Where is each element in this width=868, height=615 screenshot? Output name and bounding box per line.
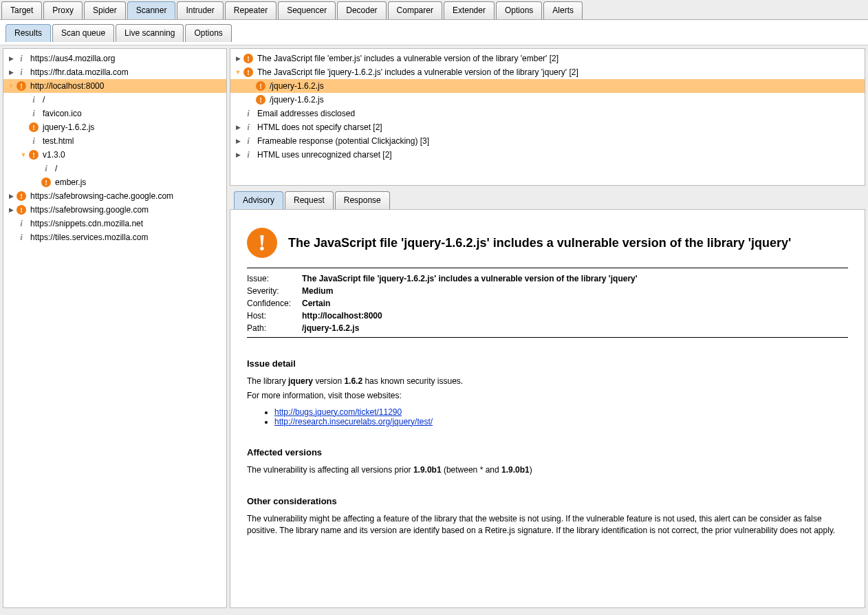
right-column: ▶!The JavaScript file 'ember.js' include… [230, 48, 865, 608]
tree-row[interactable]: i/ [3, 162, 226, 175]
tab-options[interactable]: Options [496, 1, 542, 19]
expand-arrow-icon[interactable]: ▶ [8, 52, 14, 65]
info-icon: i [243, 136, 254, 147]
warning-icon: ! [28, 122, 39, 133]
info-icon: i [28, 94, 39, 105]
tree-row[interactable]: !/jquery-1.6.2.js [230, 79, 865, 93]
tree-label: / [41, 93, 45, 107]
tree-row[interactable]: ▶!https://safebrowsing-cache.google.com [3, 189, 226, 203]
tab-options[interactable]: Options [185, 24, 231, 42]
tab-request[interactable]: Request [285, 191, 334, 209]
info-icon: i [41, 163, 52, 174]
lib-version: 1.6.2 [344, 376, 362, 386]
details-panel: AdvisoryRequestResponse ! The JavaScript… [230, 191, 865, 608]
advisory-title: The JavaScript file 'jquery-1.6.2.js' in… [288, 236, 791, 250]
reference-links: http://bugs.jquery.com/ticket/11290http:… [274, 407, 848, 427]
tree-row[interactable]: ▶ihttps://aus4.mozilla.org [3, 52, 226, 65]
text: (between * and [442, 465, 501, 475]
lib-name: jquery [288, 376, 313, 386]
expand-arrow-icon[interactable]: ▼ [20, 148, 27, 162]
tree-row[interactable]: !/jquery-1.6.2.js [230, 93, 865, 107]
info-icon: i [243, 149, 254, 160]
advisory-fields: Issue: The JavaScript file 'jquery-1.6.2… [247, 274, 848, 333]
tree-row[interactable]: iEmail addresses disclosed [230, 107, 865, 120]
tab-spider[interactable]: Spider [84, 1, 126, 19]
reference-link[interactable]: http://research.insecurelabs.org/jquery/… [274, 417, 433, 427]
tree-row[interactable]: itest.html [3, 134, 226, 148]
tab-target[interactable]: Target [1, 1, 42, 19]
expand-arrow-icon[interactable]: ▶ [235, 148, 241, 162]
tab-sequencer[interactable]: Sequencer [278, 1, 336, 19]
expand-arrow-icon[interactable]: ▶ [235, 120, 241, 134]
tree-label: ember.js [54, 175, 86, 189]
tab-repeater[interactable]: Repeater [225, 1, 276, 19]
site-tree-panel: ▶ihttps://aus4.mozilla.org▶ihttps://fhr.… [3, 48, 227, 608]
tree-row[interactable]: ▶iFrameable response (potential Clickjac… [230, 134, 865, 148]
tree-row[interactable]: ▶!The JavaScript file 'ember.js' include… [230, 52, 865, 65]
value-path: /jquery-1.6.2.js [302, 323, 848, 333]
tab-alerts[interactable]: Alerts [543, 1, 583, 19]
other-heading: Other considerations [247, 496, 848, 506]
tab-results[interactable]: Results [6, 24, 51, 42]
tree-row[interactable]: ihttps://snippets.cdn.mozilla.net [3, 217, 226, 230]
text: The library [247, 376, 288, 386]
sub-tabbar: ResultsScan queueLive scanningOptions [6, 24, 862, 42]
value-severity: Medium [302, 286, 848, 296]
warning-icon: ! [28, 149, 39, 160]
tree-row[interactable]: !jquery-1.6.2.js [3, 120, 226, 134]
tree-row[interactable]: i/ [3, 93, 226, 107]
tab-live-scanning[interactable]: Live scanning [116, 24, 184, 42]
expand-arrow-icon[interactable]: ▶ [235, 52, 241, 65]
tree-row[interactable]: ▼!v1.3.0 [3, 148, 226, 162]
value-confidence: Certain [302, 299, 848, 308]
info-icon: i [16, 67, 27, 78]
tab-scan-queue[interactable]: Scan queue [52, 24, 114, 42]
issue-detail-heading: Issue detail [247, 358, 848, 369]
site-tree: ▶ihttps://aus4.mozilla.org▶ihttps://fhr.… [3, 49, 226, 247]
label-host: Host: [247, 311, 302, 321]
tree-row[interactable]: ihttps://tiles.services.mozilla.com [3, 230, 226, 244]
tab-response[interactable]: Response [335, 191, 390, 209]
tab-scanner[interactable]: Scanner [127, 1, 176, 19]
tree-label: https://aus4.mozilla.org [29, 52, 115, 65]
tab-proxy[interactable]: Proxy [43, 1, 83, 19]
issues-panel: ▶!The JavaScript file 'ember.js' include… [230, 48, 865, 186]
info-icon: i [243, 122, 254, 133]
tree-row[interactable]: ▶iHTML does not specify charset [2] [230, 120, 865, 134]
tree-row[interactable]: ▶iHTML uses unrecognized charset [2] [230, 148, 865, 162]
tab-intruder[interactable]: Intruder [177, 1, 223, 19]
reference-link-item: http://bugs.jquery.com/ticket/11290 [274, 407, 848, 417]
tree-label: https://tiles.services.mozilla.com [29, 230, 148, 244]
tree-row[interactable]: ifavicon.ico [3, 107, 226, 120]
issue-detail-text: The library jquery version 1.6.2 has kno… [247, 376, 848, 387]
tree-label: The JavaScript file 'jquery-1.6.2.js' in… [256, 65, 578, 79]
expand-arrow-icon[interactable]: ▶ [235, 134, 241, 148]
tree-label: Email addresses disclosed [256, 107, 355, 120]
info-icon: i [28, 136, 39, 147]
tab-advisory[interactable]: Advisory [234, 191, 283, 209]
tree-row[interactable]: ▶ihttps://fhr.data.mozilla.com [3, 65, 226, 79]
reference-link-item: http://research.insecurelabs.org/jquery/… [274, 417, 848, 427]
issue-detail-more: For more information, visit those websit… [247, 390, 848, 402]
divider [247, 268, 848, 268]
label-severity: Severity: [247, 286, 302, 296]
tab-comparer[interactable]: Comparer [388, 1, 442, 19]
tree-row[interactable]: ▼!http://localhost:8000 [3, 79, 226, 93]
affected-text: The vulnerability is affecting all versi… [247, 464, 848, 476]
expand-arrow-icon[interactable]: ▼ [8, 79, 14, 93]
tab-decoder[interactable]: Decoder [337, 1, 386, 19]
tree-row[interactable]: ▼!The JavaScript file 'jquery-1.6.2.js' … [230, 65, 865, 79]
tree-row[interactable]: ▶!https://safebrowsing.google.com [3, 203, 226, 217]
tab-extender[interactable]: Extender [444, 1, 495, 19]
tree-row[interactable]: !ember.js [3, 175, 226, 189]
value-issue: The JavaScript file 'jquery-1.6.2.js' in… [302, 274, 848, 283]
expand-arrow-icon[interactable]: ▶ [8, 65, 14, 79]
expand-arrow-icon[interactable]: ▶ [8, 189, 14, 203]
expand-arrow-icon[interactable]: ▼ [235, 65, 241, 79]
version: 1.9.0b1 [413, 465, 442, 475]
reference-link[interactable]: http://bugs.jquery.com/ticket/11290 [274, 407, 402, 417]
expand-arrow-icon[interactable]: ▶ [8, 203, 14, 217]
divider [247, 337, 848, 338]
advisory-header: ! The JavaScript file 'jquery-1.6.2.js' … [247, 228, 848, 258]
warning-icon: ! [41, 177, 52, 188]
